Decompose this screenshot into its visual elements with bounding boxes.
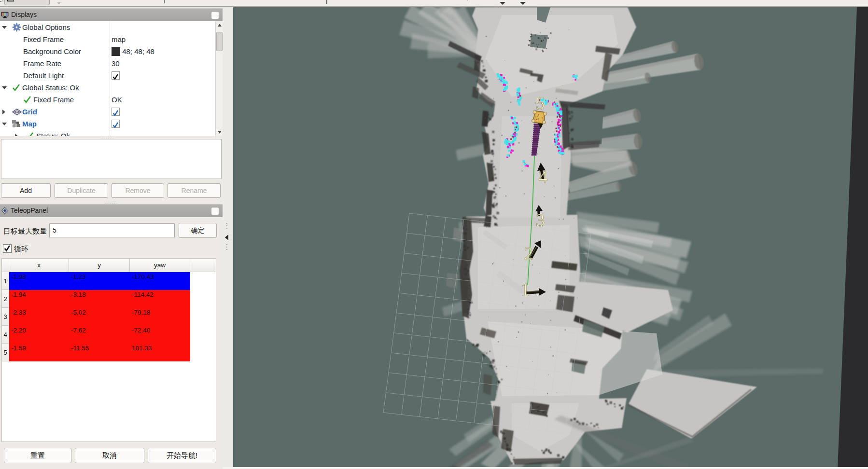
svg-text:2: 2 <box>524 243 533 263</box>
svg-text:3: 3 <box>536 210 545 230</box>
svg-text:4: 4 <box>539 166 548 187</box>
svg-text:5: 5 <box>536 93 545 113</box>
svg-text:1: 1 <box>521 279 530 300</box>
